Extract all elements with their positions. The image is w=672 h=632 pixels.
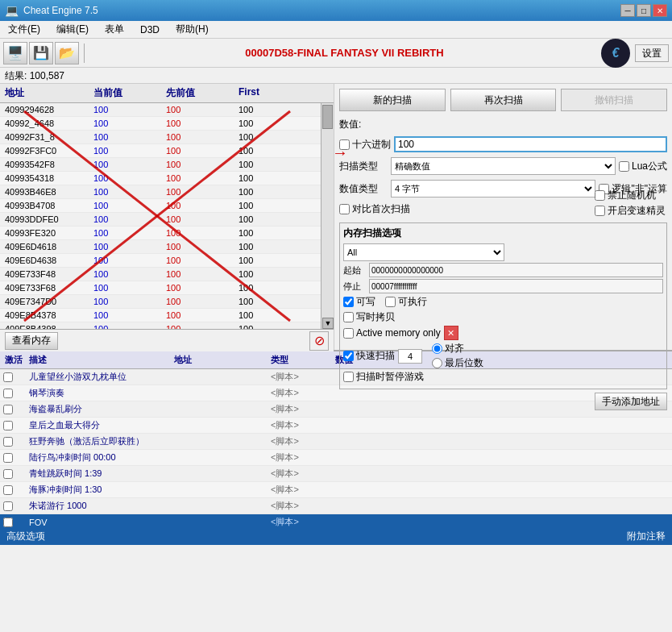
active-memory-clear-button[interactable]: ✕ <box>444 326 458 340</box>
cheat-activate-fov[interactable] <box>3 518 13 527</box>
executable-label[interactable]: 可执行 <box>385 295 427 309</box>
scroll-down-arrow[interactable]: ▼ <box>322 318 334 329</box>
address-table-body[interactable]: 4099294628100100100 40992_4648100100100 … <box>0 103 321 329</box>
table-row: 409E733F48100100100 <box>0 268 321 281</box>
results-count-text: 结果: 100,587 <box>5 70 64 81</box>
title-bar: 💻 Cheat Engine 7.5 ─ □ ✕ <box>0 0 672 21</box>
lua-formula-label[interactable]: Lua公式 <box>619 160 667 173</box>
active-memory-label[interactable]: Active memory only <box>343 327 441 339</box>
last-digit-radio[interactable] <box>432 358 442 368</box>
writable-label[interactable]: 可写 <box>343 295 375 309</box>
cheat-type-7: <脚本> <box>269 483 334 497</box>
copy-on-write-text: 写时拷贝 <box>356 310 395 324</box>
rescan-button[interactable]: 再次扫描 <box>450 89 557 111</box>
copy-on-write-checkbox[interactable] <box>343 312 354 322</box>
memory-filter-select[interactable]: All <box>343 243 504 261</box>
speedhack-checkbox[interactable] <box>595 206 605 216</box>
stop-addr-input[interactable] <box>369 279 663 293</box>
undo-scan-button[interactable]: 撤销扫描 <box>561 89 667 111</box>
cheat-type-5: <脚本> <box>269 451 334 464</box>
data-type-label: 数值类型 <box>339 182 388 196</box>
add-manually-button[interactable]: 手动添加地址 <box>595 393 667 410</box>
settings-button[interactable]: 设置 <box>635 44 669 62</box>
toolbar-btn-load[interactable]: 📂 <box>55 42 79 64</box>
no-icon[interactable]: ⊘ <box>309 331 329 351</box>
writable-checkbox[interactable] <box>343 297 354 307</box>
cheat-row: 青蛙跳跃时间 1:39 <脚本> <box>0 466 672 482</box>
disable-random-row: 禁止随机机 <box>595 189 666 202</box>
fast-scan-checkbox[interactable] <box>343 351 354 361</box>
copy-on-write-label[interactable]: 写时拷贝 <box>343 310 395 324</box>
pause-game-row: 扫描时暂停游戏 <box>343 370 663 384</box>
cheat-activate-1[interactable] <box>3 389 13 398</box>
lua-formula-checkbox[interactable] <box>619 161 629 172</box>
cheat-addr-fov <box>172 522 269 523</box>
cheat-addr-8 <box>172 505 269 507</box>
start-addr-input[interactable] <box>369 263 663 277</box>
table-scrollbar[interactable]: ▼ <box>321 103 334 329</box>
value-row: 数值: <box>339 118 667 131</box>
cheat-activate-7[interactable] <box>3 485 13 495</box>
pause-game-checkbox[interactable] <box>343 372 354 382</box>
status-bar: 高级选项 附加注释 <box>0 527 672 545</box>
cheat-activate-2[interactable] <box>3 405 13 414</box>
view-memory-button[interactable]: 查看内存 <box>5 332 58 350</box>
speedhack-label[interactable]: 开启变速精灵 <box>595 204 666 218</box>
align-radio[interactable] <box>432 343 442 354</box>
executable-checkbox[interactable] <box>385 297 396 307</box>
cheat-activate-4[interactable] <box>3 437 13 447</box>
toolbar-btn-open[interactable]: 🖥️ <box>3 42 27 64</box>
cheat-desc-6: 青蛙跳跃时间 1:39 <box>27 467 172 480</box>
cheat-activate-3[interactable] <box>3 421 13 430</box>
active-memory-checkbox[interactable] <box>343 328 354 339</box>
fast-scan-label[interactable]: 快速扫描 <box>343 349 395 363</box>
cheat-type-8: <脚本> <box>269 499 334 513</box>
app-title: Cheat Engine 7.5 <box>23 5 98 16</box>
scan-type-label: 扫描类型 <box>339 160 388 173</box>
cheat-activate-6[interactable] <box>3 469 13 479</box>
menu-bar: 文件(E) 编辑(E) 表单 D3D 帮助(H) <box>0 21 672 39</box>
menu-edit[interactable]: 编辑(E) <box>53 22 92 37</box>
minimize-button[interactable]: ─ <box>620 4 635 17</box>
menu-d3d[interactable]: D3D <box>137 23 163 36</box>
toolbar-separator <box>84 44 85 63</box>
cheat-activate-5[interactable] <box>3 453 13 463</box>
menu-file[interactable]: 文件(E) <box>5 22 44 37</box>
scroll-thumb[interactable] <box>322 105 333 129</box>
maximize-button[interactable]: □ <box>637 4 651 17</box>
menu-help[interactable]: 帮助(H) <box>172 22 212 37</box>
results-count-bar: 结果: 100,587 <box>0 68 672 84</box>
menu-table[interactable]: 表单 <box>102 22 127 37</box>
bottom-icons: ⊘ <box>309 331 329 351</box>
close-button[interactable]: ✕ <box>653 4 667 17</box>
cheat-activate-0[interactable] <box>3 372 13 382</box>
app-icon: 💻 <box>5 4 19 17</box>
status-left[interactable]: 高级选项 <box>6 530 45 543</box>
disable-random-checkbox[interactable] <box>595 190 605 201</box>
stop-label: 停止 <box>343 281 366 293</box>
scan-type-select[interactable]: 精确数值 模糊数值 比前次增加 比前次减少 <box>391 157 616 175</box>
pause-game-text: 扫描时暂停游戏 <box>356 370 424 384</box>
toolbar-btn-save[interactable]: 💾 <box>29 42 53 64</box>
col-header-first: First <box>237 85 301 101</box>
fast-scan-value[interactable] <box>398 349 422 364</box>
compare-first-label[interactable]: 对比首次扫描 <box>339 202 410 216</box>
cheat-desc-2: 海盗暴乱刷分 <box>27 402 172 416</box>
new-scan-button[interactable]: 新的扫描 <box>339 89 446 111</box>
cheat-row: 朱诺游行 1000 <脚本> <box>0 498 672 514</box>
data-type-select[interactable]: 4 字节 2 字节 1 字节 8 字节 Float Double <box>391 180 595 198</box>
hex-checkbox[interactable] <box>339 139 350 150</box>
compare-first-checkbox[interactable] <box>339 204 350 214</box>
align-radio-label[interactable]: 对齐 <box>432 342 483 356</box>
cheat-activate-8[interactable] <box>3 501 13 511</box>
last-digit-radio-label[interactable]: 最后位数 <box>432 356 483 370</box>
writable-text: 可写 <box>356 295 375 309</box>
cheat-val-fov <box>334 522 398 523</box>
value-input[interactable] <box>394 136 667 152</box>
disable-random-label[interactable]: 禁止随机机 <box>595 189 656 202</box>
pause-game-label[interactable]: 扫描时暂停游戏 <box>343 370 424 384</box>
cheat-addr-0 <box>172 376 269 378</box>
status-right[interactable]: 附加注释 <box>627 530 666 543</box>
checkboxes-row: 可写 可执行 <box>343 295 663 309</box>
hex-checkbox-label[interactable]: 十六进制 <box>339 138 391 152</box>
